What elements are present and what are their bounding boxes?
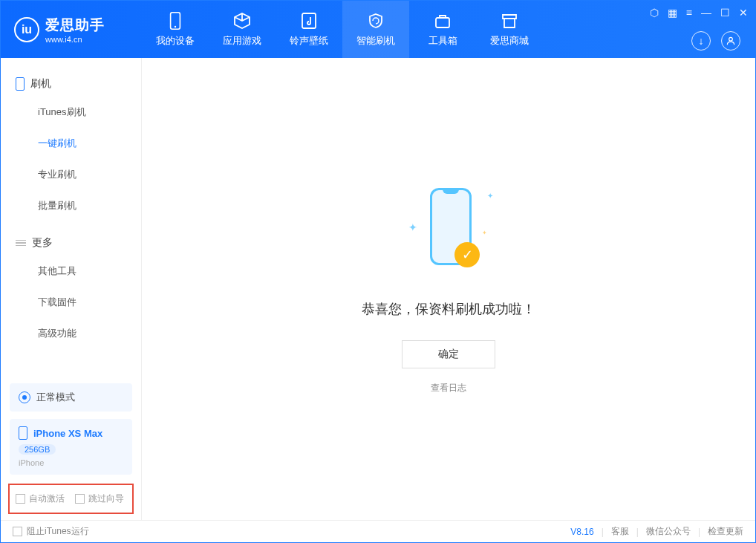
- cube-icon: [233, 12, 251, 30]
- sidebar-item-download-firmware[interactable]: 下载固件: [1, 287, 141, 318]
- view-log-link[interactable]: 查看日志: [431, 382, 466, 394]
- checkbox-label: 阻止iTunes运行: [27, 525, 89, 538]
- logo-text: 爱思助手 www.i4.cn: [45, 16, 105, 44]
- section-more-title: 更多: [1, 230, 141, 256]
- checkbox-label: 自动激活: [29, 492, 65, 505]
- close-button[interactable]: ✕: [739, 7, 748, 19]
- success-message: 恭喜您，保资料刷机成功啦！: [362, 300, 535, 318]
- app-name: 爱思助手: [45, 16, 105, 35]
- nav-label: 爱思商城: [490, 34, 529, 48]
- app-header: iu 爱思助手 www.i4.cn 我的设备 应用游戏 铃声壁纸 智能刷机 工具…: [1, 1, 755, 58]
- main-content: ✦ ✦ ✦ ✓ 恭喜您，保资料刷机成功啦！ 确定 查看日志: [142, 58, 755, 520]
- checkbox-block-itunes[interactable]: 阻止iTunes运行: [13, 525, 89, 538]
- mode-dot-icon: [19, 391, 30, 403]
- refresh-shield-icon: [367, 12, 385, 30]
- nav-label: 应用游戏: [223, 34, 261, 48]
- nav-smart-flash[interactable]: 智能刷机: [342, 1, 409, 58]
- device-subtype: iPhone: [19, 458, 123, 467]
- checkbox-skip-guide[interactable]: 跳过向导: [75, 492, 124, 505]
- confirm-button[interactable]: 确定: [402, 340, 495, 368]
- logo-icon: iu: [14, 17, 39, 42]
- window-controls: ⬡ ▦ ≡ — ☐ ✕: [650, 7, 748, 19]
- menu-icon: [16, 240, 26, 247]
- checkbox-auto-activate[interactable]: 自动激活: [16, 492, 65, 505]
- section-flash-title: 刷机: [1, 71, 141, 97]
- sidebar-item-pro-flash[interactable]: 专业刷机: [1, 159, 141, 190]
- menu-icon[interactable]: ≡: [686, 7, 692, 19]
- sidebar-item-batch-flash[interactable]: 批量刷机: [1, 190, 141, 221]
- checkbox-icon: [75, 494, 85, 504]
- sidebar-item-advanced[interactable]: 高级功能: [1, 318, 141, 349]
- highlighted-checkbox-row: 自动激活 跳过向导: [8, 484, 134, 514]
- nav-ringtones-wallpapers[interactable]: 铃声壁纸: [276, 1, 342, 58]
- sidebar-item-other-tools[interactable]: 其他工具: [1, 256, 141, 287]
- minimize-button[interactable]: —: [701, 7, 711, 19]
- success-illustration: ✦ ✦ ✦ ✓: [404, 184, 493, 281]
- maximize-button[interactable]: ☐: [720, 7, 730, 19]
- sidebar: 刷机 iTunes刷机 一键刷机 专业刷机 批量刷机 更多 其他工具 下载固件 …: [1, 58, 142, 520]
- version-label: V8.16: [570, 527, 593, 537]
- footer-right: V8.16 | 客服 | 微信公众号 | 检查更新: [570, 525, 743, 538]
- svg-point-4: [729, 37, 733, 41]
- phone-icon: [19, 426, 27, 440]
- section-label: 更多: [32, 236, 53, 250]
- user-icon[interactable]: [721, 31, 740, 51]
- check-badge-icon: ✓: [454, 242, 480, 267]
- app-url: www.i4.cn: [45, 35, 105, 44]
- sparkle-icon: ✦: [487, 192, 493, 200]
- shirt-icon[interactable]: ⬡: [650, 7, 659, 19]
- footer: 阻止iTunes运行 V8.16 | 客服 | 微信公众号 | 检查更新: [1, 520, 755, 542]
- device-info-panel[interactable]: iPhone XS Max 256GB iPhone: [10, 419, 132, 475]
- phone-icon: [16, 77, 25, 91]
- footer-link-support[interactable]: 客服: [611, 525, 629, 538]
- header-right-icons: ↓: [691, 31, 740, 51]
- footer-link-update[interactable]: 检查更新: [708, 525, 743, 538]
- device-name: iPhone XS Max: [33, 428, 102, 439]
- logo-block: iu 爱思助手 www.i4.cn: [1, 16, 142, 44]
- device-icon: [166, 12, 184, 30]
- phone-notch-icon: [443, 188, 459, 194]
- sidebar-item-oneclick-flash[interactable]: 一键刷机: [1, 128, 141, 159]
- store-icon: [501, 12, 518, 30]
- nav-apps-games[interactable]: 应用游戏: [209, 1, 276, 58]
- download-icon[interactable]: ↓: [691, 31, 711, 51]
- device-capacity: 256GB: [19, 444, 56, 455]
- body-wrapper: 刷机 iTunes刷机 一键刷机 专业刷机 批量刷机 更多 其他工具 下载固件 …: [1, 58, 755, 520]
- top-nav: 我的设备 应用游戏 铃声壁纸 智能刷机 工具箱 爱思商城: [142, 1, 543, 58]
- checkbox-icon: [13, 527, 22, 536]
- device-mode-panel[interactable]: 正常模式: [10, 383, 132, 412]
- nav-toolbox[interactable]: 工具箱: [409, 1, 476, 58]
- nav-store[interactable]: 爱思商城: [476, 1, 543, 58]
- checkbox-label: 跳过向导: [88, 492, 124, 505]
- nav-my-device[interactable]: 我的设备: [142, 1, 209, 58]
- nav-label: 铃声壁纸: [290, 34, 328, 48]
- svg-rect-3: [436, 18, 449, 27]
- music-file-icon: [300, 12, 318, 30]
- section-label: 刷机: [30, 77, 51, 91]
- nav-label: 我的设备: [156, 34, 195, 48]
- footer-link-wechat[interactable]: 微信公众号: [646, 525, 691, 538]
- nav-label: 智能刷机: [356, 34, 395, 48]
- sparkle-icon: ✦: [482, 230, 487, 236]
- svg-rect-2: [302, 13, 316, 28]
- mode-label: 正常模式: [36, 391, 75, 404]
- grid-icon[interactable]: ▦: [668, 7, 677, 19]
- nav-label: 工具箱: [428, 34, 457, 48]
- sidebar-item-itunes-flash[interactable]: iTunes刷机: [1, 97, 141, 128]
- sparkle-icon: ✦: [408, 221, 417, 233]
- checkbox-icon: [16, 494, 25, 504]
- svg-point-1: [175, 25, 176, 27]
- toolbox-icon: [434, 12, 452, 30]
